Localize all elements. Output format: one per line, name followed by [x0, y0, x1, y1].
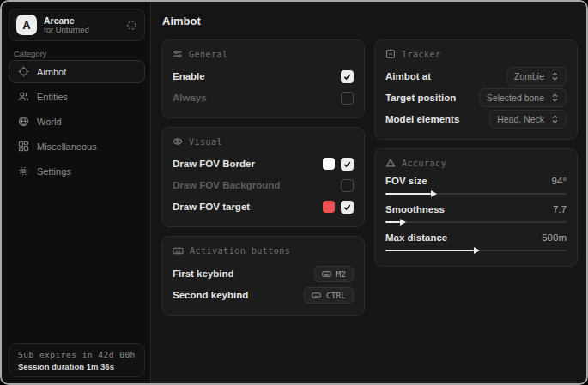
- check-icon: [343, 203, 351, 211]
- row-label: Model elements: [385, 114, 459, 124]
- setting-row-fov-background: Draw FOV Background: [173, 176, 354, 195]
- setting-row-enable: Enable: [173, 67, 354, 86]
- visual-card: Visual Draw FOV Border Draw FOV Backgrou…: [161, 127, 365, 227]
- fov-target-color-swatch[interactable]: [323, 201, 335, 213]
- first-keybind-button[interactable]: M2: [314, 266, 354, 282]
- sidebar-item-label: Aimbot: [37, 67, 66, 77]
- gear-icon: [18, 165, 29, 177]
- second-keybind-button[interactable]: CTRL: [304, 287, 354, 304]
- fov-border-color-swatch[interactable]: [323, 158, 335, 170]
- fov-border-checkbox[interactable]: [341, 158, 354, 171]
- grid-icon: [18, 141, 29, 152]
- column-left: General Enable Always: [161, 39, 365, 316]
- setting-row-aimbot-at: Aimbot at Zombie: [385, 67, 567, 86]
- setting-row-first-keybind: First keybind M2: [173, 264, 354, 283]
- app-title-block: Arcane for Unturned: [44, 15, 119, 35]
- tracker-card: Tracker Aimbot at Zombie Target position…: [374, 39, 578, 140]
- setting-row-second-keybind: Second keybind CTRL: [173, 286, 354, 304]
- users-icon: [18, 91, 29, 102]
- session-duration-text: Session duration 1m 36s: [18, 362, 136, 371]
- always-checkbox[interactable]: [341, 92, 354, 105]
- slider-thumb[interactable]: [400, 219, 406, 226]
- fov-background-checkbox[interactable]: [341, 179, 354, 192]
- row-label: First keybind: [173, 268, 234, 279]
- keyboard-icon: [312, 291, 321, 300]
- sidebar-item-label: World: [37, 117, 62, 127]
- visual-title: Visual: [189, 137, 222, 147]
- max-distance-slider[interactable]: [385, 245, 567, 256]
- select-value: Head, Neck: [497, 114, 544, 124]
- setting-row-max-distance: Max distance 500m: [385, 232, 567, 256]
- slider-thumb[interactable]: [431, 190, 437, 197]
- sliders-icon: [173, 49, 183, 59]
- activation-header: Activation buttons: [173, 245, 354, 256]
- setting-row-model-elements: Model elements Head, Neck: [385, 110, 567, 129]
- sidebar-item-aimbot[interactable]: Aimbot: [9, 60, 145, 83]
- unfold-icon: [551, 115, 559, 123]
- app-header-card: A Arcane for Unturned: [9, 9, 145, 41]
- check-icon: [343, 160, 351, 168]
- slider-fill: [385, 193, 431, 195]
- sidebar-nav: Aimbot Entities World Miscellaneous: [9, 60, 145, 183]
- app-window: A Arcane for Unturned Category Aimbot: [0, 0, 588, 385]
- sidebar-item-label: Entities: [37, 92, 68, 102]
- fov-size-slider[interactable]: [385, 189, 567, 199]
- setting-row-fov-border: Draw FOV Border: [173, 154, 354, 173]
- setting-row-fov-target: Draw FOV target: [173, 197, 354, 216]
- slider-thumb[interactable]: [474, 247, 480, 254]
- accuracy-card: Accuracy FOV size 94°: [374, 148, 578, 267]
- activation-card: Activation buttons First keybind M2 Seco…: [161, 236, 365, 316]
- visual-header: Visual: [173, 136, 354, 147]
- row-label: Second keybind: [173, 290, 248, 300]
- triangle-icon: [385, 158, 396, 168]
- max-distance-value: 500m: [542, 232, 567, 243]
- setting-row-always: Always: [173, 88, 354, 107]
- unfold-icon: [551, 93, 559, 102]
- tracker-title: Tracker: [402, 50, 441, 59]
- sidebar-item-label: Miscellaneous: [37, 141, 97, 152]
- subscription-card: Sub expires in 42d 00h Session duration …: [9, 343, 145, 377]
- setting-row-smoothness: Smoothness 7.7: [385, 204, 567, 227]
- sidebar: A Arcane for Unturned Category Aimbot: [2, 2, 151, 383]
- sidebar-item-entities[interactable]: Entities: [9, 85, 145, 108]
- general-card: General Enable Always: [161, 39, 365, 118]
- category-label: Category: [14, 49, 47, 58]
- setting-row-target-position: Target position Selected bone: [385, 88, 567, 107]
- app-logo: A: [16, 15, 37, 35]
- sidebar-item-settings[interactable]: Settings: [9, 159, 145, 183]
- keybind-value: CTRL: [326, 291, 346, 300]
- model-elements-select[interactable]: Head, Neck: [489, 110, 567, 129]
- select-value: Zombie: [514, 71, 544, 81]
- sidebar-item-world[interactable]: World: [9, 110, 145, 133]
- row-label: Enable: [173, 71, 205, 81]
- row-label: Draw FOV Background: [173, 180, 280, 190]
- sub-expiry-text: Sub expires in 42d 00h: [18, 350, 136, 359]
- app-subtitle: for Unturned: [44, 26, 119, 35]
- page-title: Aimbot: [162, 15, 201, 27]
- row-label: Always: [173, 93, 207, 103]
- column-right: Tracker Aimbot at Zombie Target position…: [374, 39, 578, 267]
- general-title: General: [189, 50, 228, 59]
- row-label: Smoothness: [385, 204, 445, 214]
- row-label: Target position: [385, 93, 456, 103]
- sync-icon[interactable]: [126, 20, 137, 31]
- eye-icon: [173, 136, 183, 147]
- sidebar-item-label: Settings: [37, 166, 71, 177]
- check-icon: [343, 73, 351, 81]
- enable-checkbox[interactable]: [341, 70, 354, 83]
- accuracy-title: Accuracy: [402, 159, 446, 168]
- aimbot-at-select[interactable]: Zombie: [506, 67, 567, 86]
- sidebar-item-miscellaneous[interactable]: Miscellaneous: [9, 135, 145, 158]
- slider-fill: [385, 250, 474, 251]
- globe-icon: [18, 116, 29, 127]
- select-value: Selected bone: [487, 93, 544, 103]
- fov-target-checkbox[interactable]: [341, 201, 354, 214]
- setting-row-fov-size: FOV size 94°: [385, 176, 567, 199]
- crosshair-icon: [18, 66, 29, 77]
- accuracy-header: Accuracy: [385, 158, 567, 168]
- target-position-select[interactable]: Selected bone: [479, 88, 567, 107]
- activation-title: Activation buttons: [190, 246, 290, 256]
- smoothness-slider[interactable]: [385, 217, 567, 227]
- row-label: Draw FOV target: [173, 202, 250, 212]
- fov-size-value: 94°: [552, 176, 567, 186]
